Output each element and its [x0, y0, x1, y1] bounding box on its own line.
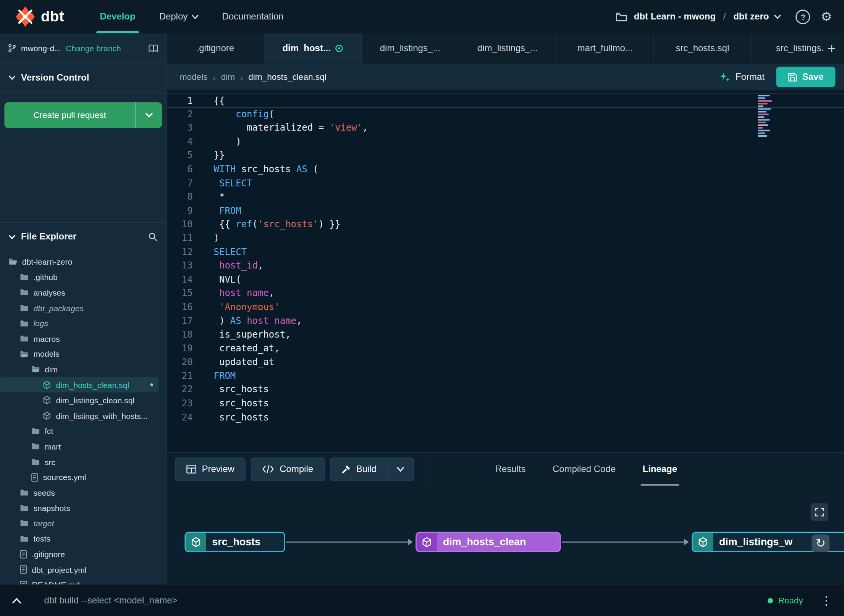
code-line[interactable]: 22 src_hosts: [167, 383, 844, 397]
new-tab-button[interactable]: +: [823, 33, 841, 63]
build-button[interactable]: Build: [330, 457, 388, 481]
compile-button[interactable]: Compile: [251, 457, 324, 481]
code-line[interactable]: 15 host_name,: [167, 286, 844, 300]
tree-item-dbt-learn-zero[interactable]: dbt-learn-zero: [0, 254, 159, 269]
tree-item-models[interactable]: models: [0, 346, 159, 362]
code-line[interactable]: 18 is_superhost,: [167, 328, 844, 341]
lineage-graph[interactable]: src_hosts dim_hosts_clean dim_listings_w…: [167, 485, 844, 584]
tree-item--github[interactable]: .github: [0, 270, 159, 285]
tree-item-seeds[interactable]: seeds: [0, 485, 159, 500]
tree-item-src[interactable]: src: [0, 454, 159, 469]
code-line[interactable]: 12SELECT: [167, 245, 844, 259]
save-button[interactable]: Save: [776, 67, 836, 87]
tree-item-dim-listings-clean-sql[interactable]: dim_listings_clean.sql: [0, 393, 159, 408]
kebab-menu-icon[interactable]: ⋮: [820, 593, 832, 608]
tree-item-mart[interactable]: mart: [0, 439, 159, 454]
code-line[interactable]: 8 *: [167, 190, 844, 204]
code-line[interactable]: 24 src_hosts: [167, 411, 844, 424]
code-line[interactable]: 11): [167, 231, 844, 245]
code-line[interactable]: 16 'Anonymous': [167, 300, 844, 314]
tab-label: .gitignore: [196, 43, 234, 54]
folder-icon: [31, 443, 40, 450]
code-line[interactable]: 19 created_at,: [167, 342, 844, 356]
file-explorer-title: File Explorer: [21, 231, 76, 242]
tab-dim-listings-1[interactable]: dim_listings_...: [362, 33, 459, 63]
docs-book-icon[interactable]: [148, 44, 159, 53]
code-line[interactable]: 20 updated_at: [167, 356, 844, 369]
expand-panel-chevron-up-icon[interactable]: [8, 593, 26, 608]
tree-item-dim[interactable]: dim: [0, 362, 159, 377]
change-branch-link[interactable]: Change branch: [66, 44, 121, 53]
code-line[interactable]: 14 NVL(: [167, 273, 844, 286]
minimap[interactable]: [758, 95, 778, 137]
refresh-icon[interactable]: ↻: [812, 535, 829, 553]
file-explorer-header[interactable]: File Explorer: [0, 222, 167, 251]
code-line[interactable]: 17 ) AS host_name,: [167, 314, 844, 328]
tree-item-fct[interactable]: fct: [0, 424, 159, 439]
tree-item-dim-hosts-clean-sql[interactable]: dim_hosts_clean.sql•: [0, 377, 159, 393]
search-icon[interactable]: [148, 232, 158, 241]
tree-item-analyses[interactable]: analyses: [0, 285, 159, 300]
tab-gitignore[interactable]: .gitignore: [167, 33, 264, 63]
tree-item-dim-listings-with-hosts-[interactable]: dim_listings_with_hosts...: [0, 408, 159, 423]
tab-results[interactable]: Results: [495, 453, 526, 486]
tree-item--gitignore[interactable]: .gitignore: [0, 546, 159, 562]
code-line[interactable]: 23 src_hosts: [167, 397, 844, 411]
preview-button[interactable]: Preview: [175, 457, 246, 481]
project-breadcrumb[interactable]: dbt Learn - mwong / dbt zero: [634, 11, 781, 22]
code-line[interactable]: 21FROM: [167, 369, 844, 383]
format-button[interactable]: Format: [720, 71, 765, 83]
code-line[interactable]: 6WITH src_hosts AS (: [167, 163, 844, 176]
tab-compiled-code[interactable]: Compiled Code: [553, 453, 616, 486]
folder-icon: [20, 504, 29, 512]
code-line[interactable]: 1{{: [167, 94, 844, 107]
nav-documentation[interactable]: Documentation: [210, 0, 295, 33]
nav-deploy[interactable]: Deploy: [147, 0, 210, 33]
fullscreen-button[interactable]: [811, 503, 829, 521]
tree-item-macros[interactable]: macros: [0, 331, 159, 346]
lineage-node-dim-hosts-clean[interactable]: dim_hosts_clean: [416, 532, 561, 553]
code-line[interactable]: 2 config(: [167, 107, 844, 121]
lineage-node-src-hosts[interactable]: src_hosts: [184, 532, 285, 553]
tab-src-hosts[interactable]: src_hosts.sql: [654, 33, 751, 63]
tab-label: dim_host...: [282, 43, 330, 54]
code-line[interactable]: 10 {{ ref('src_hosts') }}: [167, 218, 844, 231]
tree-item-dbt-packages[interactable]: dbt_packages: [0, 300, 159, 315]
tree-item-dbt-project-yml[interactable]: dbt_project.yml: [0, 562, 159, 577]
code-editor[interactable]: 1{{2 config(3 materialized = 'view',4 )5…: [167, 91, 844, 452]
code-line[interactable]: 9 FROM: [167, 204, 844, 218]
breadcrumb-models[interactable]: models: [180, 72, 208, 82]
code-line[interactable]: 7 SELECT: [167, 176, 844, 190]
tree-item-label: dim_listings_with_hosts...: [56, 411, 148, 420]
dbt-logo[interactable]: dbt: [14, 5, 65, 28]
nav-label: Documentation: [222, 11, 283, 22]
command-input[interactable]: dbt build --select <model_name>: [44, 595, 178, 606]
nav-develop[interactable]: Develop: [88, 0, 147, 33]
save-label: Save: [802, 71, 823, 82]
tree-item-readme-md[interactable]: README.md: [0, 577, 159, 585]
code-line[interactable]: 3 materialized = 'view',: [167, 121, 844, 135]
build-dropdown[interactable]: [388, 457, 414, 481]
gear-icon[interactable]: ⚙: [821, 10, 832, 23]
tree-item-target[interactable]: target: [0, 516, 159, 531]
create-pr-dropdown[interactable]: [135, 102, 162, 128]
tree-item-sources-yml[interactable]: sources.yml: [0, 469, 159, 485]
help-icon[interactable]: ?: [796, 10, 810, 24]
tab-mart-fullmoon[interactable]: mart_fullmo...: [556, 33, 654, 63]
breadcrumb-dim[interactable]: dim: [221, 72, 235, 82]
tree-item-snapshots[interactable]: snapshots: [0, 500, 159, 516]
tab-dim-hosts-clean[interactable]: dim_host...: [264, 33, 362, 63]
top-bar: dbt Develop Deploy Documentation dbt Lea…: [0, 0, 844, 33]
code-line[interactable]: 5}}: [167, 149, 844, 163]
panel-divider: [425, 453, 426, 486]
format-label: Format: [736, 71, 765, 82]
version-control-header[interactable]: Version Control: [0, 63, 167, 92]
tab-lineage[interactable]: Lineage: [643, 453, 677, 486]
create-pr-button[interactable]: Create pull request: [4, 102, 135, 128]
tree-item-logs[interactable]: logs: [0, 315, 159, 331]
code-line[interactable]: 13 host_id,: [167, 259, 844, 273]
tab-dim-listings-2[interactable]: dim_listings_...: [459, 33, 556, 63]
code-line[interactable]: 4 ): [167, 135, 844, 149]
status-cluster: Ready ⋮: [768, 593, 832, 608]
tree-item-tests[interactable]: tests: [0, 531, 159, 546]
